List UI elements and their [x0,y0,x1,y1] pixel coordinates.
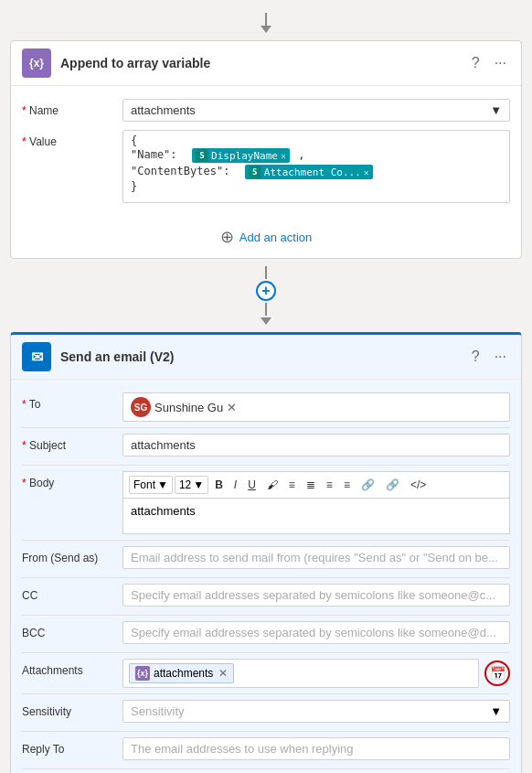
subject-input[interactable]: attachments [122,434,510,456]
code-button[interactable]: </> [406,476,431,494]
value-value: { "Name": S DisplayName ✕ , "ContentByte… [122,130,510,203]
plus-button[interactable]: + [256,281,276,301]
from-field-row: From (Send as) Email address to send mai… [22,546,510,572]
paint-button[interactable]: 🖌 [262,476,282,494]
body-toolbar: Font ▼ 12 ▼ B I U 🖌 ≡ ≣ ≡ ≡ 🔗 [122,471,510,498]
from-input[interactable]: Email address to send mail from (require… [122,546,510,569]
sg-avatar: SG [131,397,151,417]
email-card-body: To SG Sunshine Gu ✕ Subject attachments [11,380,521,773]
fontsize-arrow: ▼ [193,478,204,491]
append-card-actions: ? ··· [468,53,510,73]
font-dropdown-arrow: ▼ [157,478,168,491]
arrow-head [261,26,271,33]
to-value: SG Sunshine Gu ✕ [122,392,510,422]
ul-button[interactable]: ≣ [302,476,320,494]
value-label: Value [22,130,122,148]
bcc-input[interactable]: Specify email addresses separated by sem… [122,621,510,644]
append-card-body: Name attachments ▼ Value { "Name": S [11,86,521,216]
sensitivity-dropdown[interactable]: Sensitivity ▼ [122,700,510,723]
fontsize-dropdown[interactable]: 12 ▼ [175,476,208,494]
value-content-line: "ContentBytes": S Attachment Co... ✕ [131,164,502,180]
divider-5 [22,615,510,616]
from-label: From (Send as) [22,546,122,564]
bold-button[interactable]: B [210,476,228,494]
to-field-row: To SG Sunshine Gu ✕ [22,392,510,422]
reply-to-field-row: Reply To The email addresses to use when… [22,737,510,763]
divider-6 [22,652,510,653]
name-input[interactable]: attachments ▼ [122,99,510,122]
email-more-button[interactable]: ··· [491,347,510,367]
attachments-remove[interactable]: ✕ [218,667,228,680]
reply-to-value: The email addresses to use when replying [122,737,510,763]
divider-2 [22,465,510,466]
add-action-label: Add an action [239,231,313,244]
sensitivity-placeholder: Sensitivity [131,704,185,718]
value-line1: { [131,134,502,147]
body-field-row: Body Font ▼ 12 ▼ B I U 🖌 ≡ [22,471,510,534]
append-array-card: {x} Append to array variable ? ··· Name … [10,40,522,259]
email-card-icon: ✉ [22,342,51,371]
attachments-chip[interactable]: {x} attachments ✕ [129,663,234,683]
sensitivity-value: Sensitivity ▼ [122,700,510,725]
token-icon-s: S [196,149,208,162]
token-icon-s2: S [249,166,261,178]
font-dropdown[interactable]: Font ▼ [129,476,173,494]
cc-input[interactable]: Specify email addresses separated by sem… [122,584,510,607]
from-placeholder: Email address to send mail from (require… [131,551,498,564]
value-code-block[interactable]: { "Name": S DisplayName ✕ , "ContentByte… [122,130,510,203]
append-more-button[interactable]: ··· [491,53,510,73]
body-value: Font ▼ 12 ▼ B I U 🖌 ≡ ≣ ≡ ≡ 🔗 [122,471,510,534]
attachments-field-row: Attachments {x} attachments ✕ 📅 [22,659,510,688]
reply-to-input[interactable]: The email addresses to use when replying [122,737,510,760]
email-card-header: ✉ Send an email (V2) ? ··· [11,335,521,380]
value-line3: } [131,180,502,193]
cc-label: CC [22,584,122,602]
displayname-token[interactable]: S DisplayName ✕ [192,148,290,163]
email-card-actions: ? ··· [468,347,510,367]
subject-value: attachments [122,434,510,459]
connector-line-top [265,266,267,279]
calendar-button[interactable]: 📅 [484,660,510,686]
email-help-button[interactable]: ? [468,347,484,367]
link2-button[interactable]: 🔗 [381,476,404,494]
from-value: Email address to send mail from (require… [122,546,510,572]
font-label: Font [133,478,155,491]
divider-9 [22,768,510,769]
subject-field-row: Subject attachments [22,434,510,459]
append-help-button[interactable]: ? [468,53,484,73]
contentbytes-token[interactable]: S Attachment Co... ✕ [245,165,373,179]
body-editor[interactable]: attachments [122,498,510,534]
name-label: Name [22,99,122,117]
align-right-button[interactable]: ≡ [339,476,355,494]
name-dropdown-arrow: ▼ [490,103,502,117]
divider-3 [22,540,510,541]
displayname-close[interactable]: ✕ [281,151,286,161]
braces-icon: {x} [29,57,44,70]
to-input[interactable]: SG Sunshine Gu ✕ [122,392,510,422]
body-label: Body [22,471,122,489]
contentbytes-close[interactable]: ✕ [364,167,369,177]
bcc-placeholder: Specify email addresses separated by sem… [131,626,496,639]
add-action-icon: ⊕ [220,227,234,247]
sensitivity-arrow: ▼ [490,704,502,718]
cc-placeholder: Specify email addresses separated by sem… [131,588,495,602]
attachments-label: Attachments [22,659,122,677]
reply-to-label: Reply To [22,737,122,756]
align-left-button[interactable]: ≡ [322,476,337,494]
attachments-input[interactable]: {x} attachments ✕ [122,659,479,688]
name-field-row: Name attachments ▼ [22,99,510,124]
link-button[interactable]: 🔗 [356,476,379,494]
append-card-title: Append to array variable [60,56,468,70]
subject-label: Subject [22,434,122,452]
email-card-title: Send an email (V2) [60,349,468,364]
value-name-key: "Name": [131,148,184,161]
to-chip: Sunshine Gu [154,401,223,414]
ol-button[interactable]: ≡ [284,476,300,494]
to-remove[interactable]: ✕ [227,401,237,414]
append-card-header: {x} Append to array variable ? ··· [11,41,521,86]
value-name-sep: , [298,148,304,161]
connector-arrow-head [261,317,271,325]
italic-button[interactable]: I [229,476,241,494]
add-action-button[interactable]: ⊕ Add an action [11,216,521,258]
underline-button[interactable]: U [243,476,261,494]
